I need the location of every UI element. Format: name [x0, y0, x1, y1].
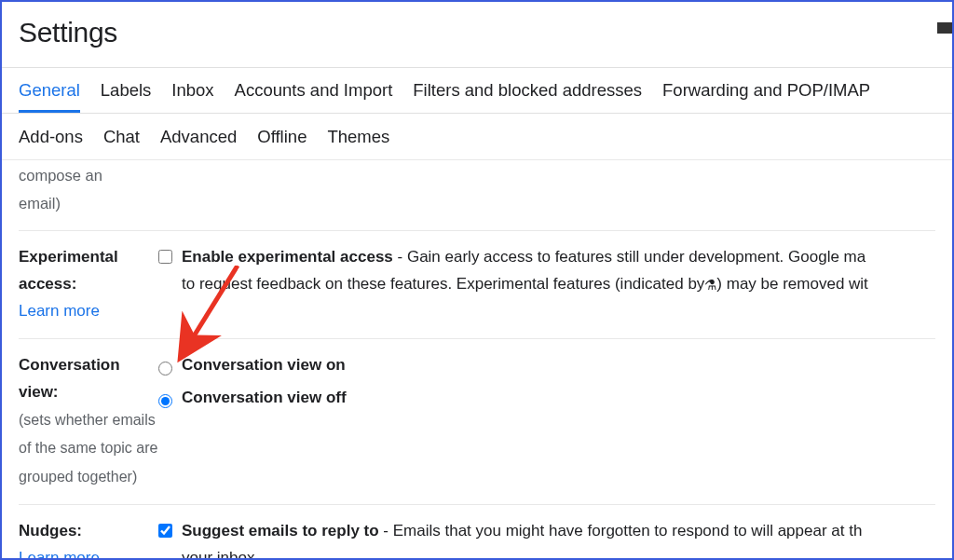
experimental-desc3: ) may be removed wit [716, 275, 868, 293]
experimental-label: Experimental access: [19, 248, 118, 293]
conversation-on-label[interactable]: Conversation view on [182, 352, 346, 379]
tab-themes[interactable]: Themes [327, 116, 389, 158]
conversation-off-radio[interactable] [158, 394, 172, 408]
setting-nudges: Nudges: Learn more Suggest emails to rep… [19, 505, 935, 560]
tab-advanced[interactable]: Advanced [160, 116, 237, 158]
nudges-desc2: your inbox [182, 549, 254, 560]
experimental-desc1: - Gain early access to features still un… [393, 248, 865, 266]
page-title: Settings [19, 17, 935, 48]
partial-text-1: compose an [19, 167, 102, 184]
tab-inbox[interactable]: Inbox [171, 69, 213, 112]
settings-tabs-row-1: General Labels Inbox Accounts and Import… [2, 67, 952, 114]
tab-addons[interactable]: Add-ons [19, 116, 83, 158]
tab-labels[interactable]: Labels [101, 69, 152, 112]
nudges-description: Suggest emails to reply to - Emails that… [182, 518, 862, 560]
conversation-label: Conversation view: [19, 356, 120, 401]
setting-experimental-access: Experimental access: Learn more Enable e… [19, 231, 935, 339]
nudges-learn-more-link[interactable]: Learn more [19, 549, 100, 560]
partial-setting-row: compose an email) [19, 160, 935, 231]
conversation-subtext: (sets whether emails of the same topic a… [19, 412, 157, 485]
top-right-badge [937, 22, 952, 34]
tab-filters-blocked[interactable]: Filters and blocked addresses [413, 69, 642, 112]
tab-accounts-import[interactable]: Accounts and Import [235, 69, 393, 112]
tab-chat[interactable]: Chat [103, 116, 140, 158]
experimental-learn-more-link[interactable]: Learn more [19, 302, 100, 320]
experimental-description: Enable experimental access - Gain early … [182, 244, 868, 298]
nudges-label: Nudges: [19, 522, 82, 540]
experimental-bold: Enable experimental access [182, 248, 393, 266]
experimental-desc2: to request feedback on these features. E… [182, 275, 704, 293]
setting-conversation-view: Conversation view: (sets whether emails … [19, 339, 935, 505]
tab-offline[interactable]: Offline [257, 116, 307, 158]
conversation-off-label[interactable]: Conversation view off [182, 385, 347, 412]
nudges-desc1: - Emails that you might have forgotten t… [379, 522, 863, 540]
experimental-checkbox[interactable] [158, 250, 172, 264]
settings-tabs-row-2: Add-ons Chat Advanced Offline Themes [2, 114, 952, 160]
flask-icon: ⚗ [704, 273, 716, 297]
tab-forwarding-pop-imap[interactable]: Forwarding and POP/IMAP [662, 69, 870, 112]
tab-general[interactable]: General [19, 69, 80, 113]
nudges-bold: Suggest emails to reply to [182, 522, 379, 540]
partial-text-2: email) [19, 195, 61, 212]
conversation-on-radio[interactable] [158, 362, 172, 376]
nudges-suggest-reply-checkbox[interactable] [158, 524, 172, 538]
